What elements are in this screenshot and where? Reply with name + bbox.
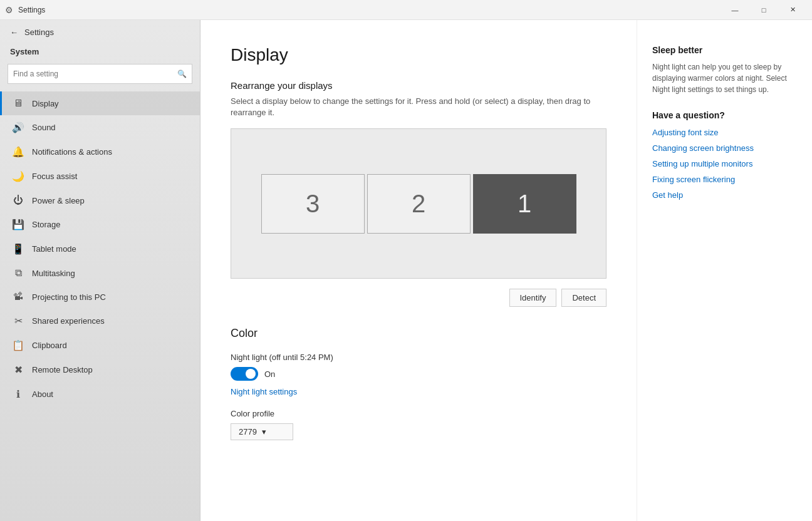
panel-link[interactable]: Adjusting font size (652, 128, 797, 137)
nav-item-label: Projecting to this PC (32, 292, 106, 302)
title-bar-controls: — □ ✕ (721, 0, 807, 20)
panel-link[interactable]: Changing screen brightness (652, 143, 797, 153)
panel-link[interactable]: Fixing screen flickering (652, 175, 797, 184)
detect-button[interactable]: Detect (561, 289, 606, 307)
nav-item-label: Display (32, 99, 59, 108)
title-bar-left: ⚙ Settings (5, 5, 721, 15)
projecting-icon: 📽 (12, 291, 24, 302)
notifications-icon: 🔔 (12, 146, 24, 158)
minimize-button[interactable]: — (721, 0, 749, 20)
sidebar-search-box[interactable]: 🔍 (8, 64, 192, 84)
nav-item-label: Tablet mode (32, 244, 76, 254)
settings-icon: ⚙ (5, 5, 13, 15)
title-bar: ⚙ Settings — □ ✕ (0, 0, 812, 20)
nav-item-label: Sound (32, 123, 56, 132)
title-bar-text: Settings (18, 6, 45, 14)
display-area: 321 (231, 128, 606, 279)
sidebar-item-projecting[interactable]: 📽 Projecting to this PC (0, 285, 200, 309)
nav-item-label: Clipboard (32, 341, 67, 350)
color-heading: Color (231, 327, 606, 340)
monitor-1[interactable]: 1 (473, 174, 576, 234)
panel-link[interactable]: Setting up multiple monitors (652, 159, 797, 168)
nav-item-label: Notifications & actions (32, 147, 112, 157)
sidebar-item-power-sleep[interactable]: ⏻ Power & sleep (0, 188, 200, 212)
sidebar-item-focus-assist[interactable]: 🌙 Focus assist (0, 164, 200, 188)
shared-experiences-icon: ✂ (12, 315, 24, 327)
monitor-3[interactable]: 3 (261, 174, 365, 234)
color-profile-dropdown[interactable]: 2779 ▾ (231, 423, 293, 440)
clipboard-icon: 📋 (12, 339, 24, 351)
focus-assist-icon: 🌙 (12, 170, 24, 182)
right-panel: Sleep better Night light can help you ge… (637, 20, 812, 521)
sidebar-nav: 🖥 Display 🔊 Sound 🔔 Notifications & acti… (0, 91, 200, 521)
color-profile-value: 2779 (239, 427, 257, 436)
sidebar: ← Settings System 🔍 🖥 Display 🔊 Sound 🔔 … (0, 20, 200, 521)
sidebar-section-title: System (0, 44, 200, 64)
panel-link[interactable]: Get help (652, 190, 797, 200)
sidebar-item-multitasking[interactable]: ⧉ Multitasking (0, 261, 200, 285)
sidebar-item-storage[interactable]: 💾 Storage (0, 212, 200, 237)
have-question-title: Have a question? (652, 110, 797, 120)
sidebar-item-tablet-mode[interactable]: 📱 Tablet mode (0, 237, 200, 261)
monitor-2[interactable]: 2 (367, 174, 471, 234)
app-body: ← Settings System 🔍 🖥 Display 🔊 Sound 🔔 … (0, 20, 812, 521)
main-content: Display Rearrange your displays Select a… (200, 20, 637, 521)
sleep-better-title: Sleep better (652, 45, 797, 55)
chevron-down-icon: ▾ (262, 427, 266, 436)
identify-button[interactable]: Identify (509, 289, 557, 307)
multitasking-icon: ⧉ (12, 267, 24, 279)
close-button[interactable]: ✕ (778, 0, 807, 20)
remote-desktop-icon: ✖ (12, 364, 24, 376)
display-icon: 🖥 (12, 98, 24, 109)
rearrange-title: Rearrange your displays (231, 80, 606, 91)
nav-item-label: About (32, 389, 53, 399)
sidebar-item-shared-experiences[interactable]: ✂ Shared experiences (0, 309, 200, 333)
nav-item-label: Multitasking (32, 269, 75, 278)
page-title: Display (231, 45, 606, 65)
maximize-button[interactable]: □ (749, 0, 778, 20)
night-light-settings-link[interactable]: Night light settings (231, 387, 606, 396)
sidebar-item-display[interactable]: 🖥 Display (0, 91, 200, 115)
back-button[interactable]: ← Settings (0, 20, 200, 44)
display-buttons: Identify Detect (231, 289, 606, 307)
back-icon: ← (10, 28, 18, 37)
sidebar-item-notifications[interactable]: 🔔 Notifications & actions (0, 140, 200, 164)
search-icon: 🔍 (177, 70, 187, 78)
storage-icon: 💾 (12, 219, 24, 230)
toggle-label: On (264, 369, 275, 379)
nav-item-label: Storage (32, 220, 61, 229)
nav-item-label: Focus assist (32, 172, 77, 181)
power-sleep-icon: ⏻ (12, 195, 24, 206)
about-icon: ℹ (12, 388, 24, 400)
sidebar-item-clipboard[interactable]: 📋 Clipboard (0, 333, 200, 358)
sidebar-item-about[interactable]: ℹ About (0, 382, 200, 406)
tablet-mode-icon: 📱 (12, 243, 24, 255)
nav-item-label: Power & sleep (32, 196, 85, 205)
nav-item-label: Remote Desktop (32, 365, 93, 374)
color-profile-label: Color profile (231, 409, 606, 418)
night-light-label: Night light (off until 5:24 PM) (231, 353, 606, 362)
night-light-toggle[interactable] (231, 367, 258, 381)
search-input[interactable] (13, 70, 177, 78)
nav-item-label: Shared experiences (32, 316, 105, 326)
sound-icon: 🔊 (12, 121, 24, 133)
sidebar-item-remote-desktop[interactable]: ✖ Remote Desktop (0, 358, 200, 382)
rearrange-desc: Select a display below to change the set… (231, 96, 606, 118)
panel-links: Adjusting font sizeChanging screen brigh… (652, 128, 797, 200)
app-name-label: Settings (24, 28, 54, 37)
toggle-row: On (231, 367, 606, 381)
sleep-better-desc: Night light can help you get to sleep by… (652, 61, 797, 95)
sidebar-item-sound[interactable]: 🔊 Sound (0, 115, 200, 140)
color-section: Color Night light (off until 5:24 PM) On… (231, 327, 606, 440)
